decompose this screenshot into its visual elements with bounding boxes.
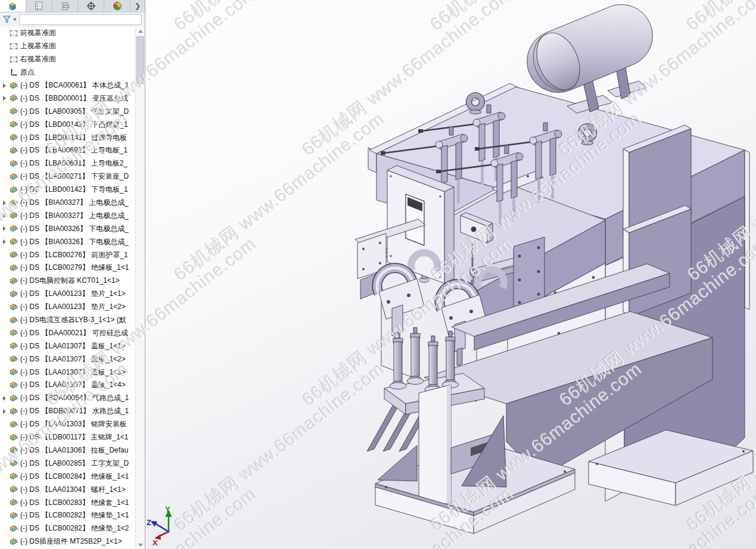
expand-arrow-icon[interactable] xyxy=(0,396,8,401)
tree-item-label: (-) DS 【BCA00061】 本体总成_1 xyxy=(20,80,129,91)
expand-arrow-icon[interactable] xyxy=(0,96,8,101)
tab-overflow-chevron[interactable]: ❯ xyxy=(130,0,145,12)
tree-item-component[interactable]: (-) DS 【LAA01303】 铭牌安装板 xyxy=(0,418,136,431)
expand-arrow-icon[interactable] xyxy=(0,239,8,244)
tree-item-component[interactable]: (-) DS 【BIA00326】 下电极总成_ xyxy=(0,235,136,248)
part-icon xyxy=(8,133,18,142)
tree-item-component[interactable]: (-) DS 【LCB00282】 绝缘垫_1<2 xyxy=(0,522,136,535)
tab-propertymanager[interactable] xyxy=(26,0,52,12)
filter-funnel-icon[interactable] xyxy=(2,14,13,25)
part-icon xyxy=(8,107,18,116)
tree-item-component[interactable]: (-) DS 【BDA00054】 气路总成_1 xyxy=(0,392,136,405)
tree-item-component[interactable]: (-) DS 【LAA00123】 垫片_1<2> xyxy=(0,301,136,314)
tree-item-label: (-) DS电脑控制器 KCT01_1<1> xyxy=(20,276,120,286)
tree-item-component[interactable]: (-) DS 【LBA00691】 上导电板2_ xyxy=(0,157,136,170)
tree-scrollbar[interactable] xyxy=(135,27,145,549)
tree-item-component[interactable]: (-) DS 【LAA01304】 螺杆_1<1> xyxy=(0,483,136,496)
tree-item-component[interactable]: (-) DS 【LBD00143】 下凸焊盘_1 xyxy=(0,118,136,131)
tree-item-label: (-) DS 【LCB00284】 绝缘板_1<1 xyxy=(20,472,129,482)
tree-item-origin[interactable]: 原点 xyxy=(0,66,136,79)
model-canvas[interactable]: Y Z X xyxy=(145,0,756,549)
tree-item-label: (-) DS 【BIA00327】 上电极总成_ xyxy=(20,198,129,208)
part-icon xyxy=(8,316,18,325)
tree-item-component[interactable]: (-) DS 【LAA01306】 拉板_Defau xyxy=(0,444,136,457)
expand-arrow-icon[interactable] xyxy=(0,226,8,231)
tree-item-label: (-) DS 【LCB00276】 前面护罩_1 xyxy=(20,250,128,260)
part-icon xyxy=(8,407,18,416)
scrollbar-thumb[interactable] xyxy=(136,36,144,84)
graphics-viewport[interactable]: Y Z X xyxy=(145,0,756,549)
part-icon xyxy=(8,172,18,182)
expand-arrow-icon[interactable] xyxy=(0,201,8,205)
tree-item-component[interactable]: (-) DS 【BDB00071】 水路总成_1 xyxy=(0,405,136,418)
property-list-icon xyxy=(33,1,44,11)
feature-tree: 前视基准面上视基准面右视基准面原点(-) DS 【BCA00061】 本体总成_… xyxy=(0,27,136,549)
tree-item-component[interactable]: (-) DS 【LCB00282】 绝缘垫_1<1 xyxy=(0,509,136,522)
tab-displaymanager[interactable] xyxy=(104,0,130,12)
tree-item-label: (-) DS 【BDA00054】 气路总成_1 xyxy=(20,393,129,403)
tree-item-component[interactable]: (-) DS 【BIA00326】 下电极总成_ xyxy=(0,222,136,235)
tree-item-component[interactable]: (-) DS插座组件 MT25B2P_1<1> xyxy=(0,535,136,548)
tree-item-label: (-) DS 【LBD00143】 下凸焊盘_1 xyxy=(20,120,128,130)
tree-item-component[interactable]: (-) DS 【BBD00001】 变压器总成 xyxy=(0,92,136,105)
tree-item-component[interactable]: (-) DS 【LAB00305】 气缸支架_D xyxy=(0,105,136,118)
part-icon xyxy=(8,185,18,195)
tree-item-label: (-) DS 【BIA00327】 上电极总成_ xyxy=(20,211,129,221)
tree-item-label: (-) DS 【LAA01307】 盖板_1<1> xyxy=(20,341,126,351)
tree-filter-input[interactable] xyxy=(19,14,142,25)
tree-item-label: (-) DS 【LBA00691】 上导电板2_ xyxy=(20,158,127,169)
part-icon xyxy=(8,224,18,233)
tree-item-plane[interactable]: 上视基准面 xyxy=(0,40,136,53)
tree-item-component[interactable]: (-) DS 【BCA00061】 本体总成_1 xyxy=(0,79,136,92)
tree-item-label: (-) DS 【LBA00692】 上导电板_1 xyxy=(20,145,127,155)
tree-item-component[interactable]: (-) DS 【LAA01307】 盖板_1<1> xyxy=(0,339,136,353)
expand-arrow-icon[interactable] xyxy=(0,409,8,414)
scroll-up-arrow-icon[interactable] xyxy=(136,27,145,35)
expand-arrow-icon[interactable] xyxy=(0,213,8,218)
part-icon xyxy=(8,537,18,547)
tree-item-component[interactable]: (-) DS 【LDB00117】 主铭牌_1<1 xyxy=(0,431,136,444)
tree-item-label: 右视基准面 xyxy=(20,54,56,64)
tree-item-plane[interactable]: 前视基准面 xyxy=(0,27,136,40)
tree-item-component[interactable]: (-) DS 【LAA01307】 盖板_1<2> xyxy=(0,353,136,366)
tree-item-label: 原点 xyxy=(20,67,35,77)
tree-item-component[interactable]: (-) DS 【LCB00276】 前面护罩_1 xyxy=(0,248,136,261)
part-icon xyxy=(8,394,18,403)
tree-item-component[interactable]: (-) DS 【LCB00283】 绝缘套_1<1 xyxy=(0,496,136,509)
part-icon xyxy=(8,328,18,338)
tree-item-label: (-) DS 【LBD00142】 下导电板_1 xyxy=(20,185,128,195)
expand-arrow-icon[interactable] xyxy=(0,83,8,88)
tree-item-component[interactable]: (-) DS 【LCB00279】 绝缘板_1<1 xyxy=(0,261,136,274)
tree-item-label: 前视基准面 xyxy=(20,28,56,38)
part-icon xyxy=(8,237,18,247)
part-icon xyxy=(8,458,18,468)
tree-item-component[interactable]: (-) DS 【LAA00123】 垫片_1<1> xyxy=(0,288,136,301)
support-column[interactable] xyxy=(419,385,451,510)
tree-item-component[interactable]: (-) DS 【LAA01307】 盖板_1<4> xyxy=(0,379,136,392)
scroll-down-arrow-icon[interactable] xyxy=(136,541,145,549)
tree-item-component[interactable]: (-) DS 【LBD00141】 过渡导电板 xyxy=(0,131,136,144)
tree-item-plane[interactable]: 右视基准面 xyxy=(0,53,136,66)
plane-icon xyxy=(8,42,18,51)
triad-x-label: X xyxy=(153,538,158,547)
tree-item-component[interactable]: (-) DS 【LAB00271】 下安装座_D xyxy=(0,170,136,183)
tree-item-component[interactable]: (-) DS 【LCB00284】 绝缘板_1<1 xyxy=(0,470,136,483)
tree-item-component[interactable]: (-) DS 【BIA00327】 上电极总成_ xyxy=(0,196,136,210)
tab-dimxpertmanager[interactable] xyxy=(78,0,104,12)
tree-item-component[interactable]: (-) DS 【LBA00692】 上导电板_1 xyxy=(0,144,136,157)
tree-item-component[interactable]: (-) DS 【LBD00142】 下导电板_1 xyxy=(0,183,136,196)
tree-item-component[interactable]: (-) DS 【LAA01307】 盖板_1<3> xyxy=(0,366,136,379)
tree-item-component[interactable]: (-) DS 【BIA00327】 上电极总成_ xyxy=(0,209,136,222)
tab-configurationmanager[interactable] xyxy=(52,0,79,12)
part-icon xyxy=(8,524,18,534)
tree-item-component[interactable]: (-) DS 【DAA00021】 可控硅总成 xyxy=(0,326,136,339)
tree-item-component[interactable]: (-) DS电脑控制器 KCT01_1<1> xyxy=(0,274,136,288)
part-icon xyxy=(8,289,18,299)
part-icon xyxy=(8,159,18,169)
coordinate-triad: Y Z X xyxy=(147,505,172,547)
tree-item-label: (-) DS 【BDB00071】 水路总成_1 xyxy=(20,406,129,416)
tab-featuremanager[interactable] xyxy=(0,0,26,12)
tree-item-component[interactable]: (-) DS电流互感器LYB-3_1<1> (默 xyxy=(0,314,136,327)
filter-dropdown-caret[interactable] xyxy=(13,17,17,22)
tree-item-component[interactable]: (-) DS 【LAB00285】 工字支架_D xyxy=(0,457,136,470)
